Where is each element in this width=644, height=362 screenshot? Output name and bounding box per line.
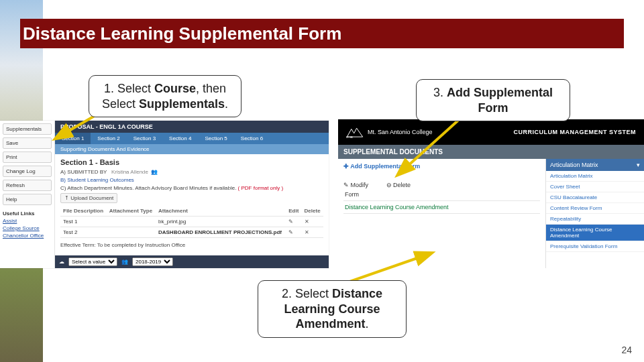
delete-label: Delete [393, 182, 411, 188]
mountain-icon: MT. SAC [346, 125, 364, 139]
callout-bold: Supplementals [139, 97, 225, 111]
delete-button[interactable]: ⊖ Delete [386, 182, 419, 188]
callout-step-3: 3. Add Supplemental Form [416, 79, 570, 121]
col-delete: Delete [302, 206, 323, 217]
sidebar-item-supplementals[interactable]: Supplementals [3, 123, 52, 135]
footer-bar: ☁ Select a value 👥 2018-2019 [55, 255, 329, 268]
field-submitted-by: A) SUBMITTED BY Kristina Allende 👥 [60, 169, 323, 175]
supplemental-documents-bar: SUPPLEMENTAL DOCUMENTS [338, 145, 644, 159]
callout-text: 2. Select [282, 287, 332, 300]
cell-type [107, 227, 156, 238]
col-att-type: Attachment Type [107, 206, 156, 217]
callout-text: 1. Select [104, 82, 154, 95]
callout-step-2: 2. Select Distance Learning Course Amend… [258, 280, 407, 338]
sidebar-item-save[interactable]: Save [3, 137, 52, 149]
footer-select-2[interactable]: 2018-2019 [132, 257, 173, 266]
sidebar-item-print[interactable]: Print [3, 152, 52, 163]
callout-text: 3. [433, 86, 447, 99]
sidebar-item-help[interactable]: Help [3, 194, 52, 205]
dd-item-cover-sheet[interactable]: Cover Sheet [546, 182, 644, 192]
delete-icon[interactable]: ✕ [302, 227, 323, 238]
upload-document-button[interactable]: ⤒ Upload Document [60, 193, 117, 203]
effective-term-note: Effective Term: To be completed by Instr… [60, 242, 323, 248]
label-attach-minutes: C) Attach Department Minutes. Attach Adv… [60, 185, 236, 191]
field-slo[interactable]: B) Student Learning Outcomes [60, 177, 323, 183]
useful-links-header: Useful Links [3, 210, 52, 217]
tab-section-3[interactable]: Section 3 [127, 133, 162, 144]
dd-item-articulation-matrix[interactable]: Articulation Matrix [546, 171, 644, 182]
col-file-desc: File Description [60, 206, 107, 217]
col-edit: Edit [286, 206, 301, 217]
link-assist[interactable]: Assist [3, 218, 52, 224]
chevron-down-icon: ▾ [637, 162, 640, 168]
cloud-icon: ☁ [59, 259, 64, 265]
modify-button[interactable]: ✎ Modify [343, 182, 376, 188]
edit-icon[interactable]: ✎ [286, 227, 301, 238]
supplemental-dropdown: Articulation Matrix ▾ Articulation Matri… [546, 159, 644, 268]
link-college-source[interactable]: College Source [3, 225, 52, 231]
delete-icon[interactable]: ✕ [302, 217, 323, 227]
list-header-form: Form [343, 188, 540, 201]
page-number: 24 [621, 345, 632, 355]
tab-section-4[interactable]: Section 4 [162, 133, 198, 144]
cell-desc: Test 2 [60, 227, 107, 238]
plus-icon: ✚ [343, 163, 349, 170]
dd-item-prerequisite[interactable]: Prerequisite Validation Form [546, 241, 644, 252]
cell-desc: Test 1 [60, 217, 107, 227]
users-icon[interactable]: 👥 [151, 169, 158, 175]
svg-text:MT. SAC: MT. SAC [346, 136, 353, 139]
callout-bold: Add Supplemental Form [447, 86, 553, 115]
modify-label: Modify [351, 182, 369, 188]
callout-text: . [225, 97, 228, 111]
dd-item-distance-learning[interactable]: Distance Learning Course Amendment [546, 225, 644, 241]
dd-item-content-review[interactable]: Content Review Form [546, 203, 644, 214]
dropdown-title: Articulation Matrix [550, 162, 598, 168]
field-attach-minutes: C) Attach Department Minutes. Attach Adv… [60, 185, 323, 191]
sidebar-item-changelog[interactable]: Change Log [3, 166, 52, 177]
cms-header: MT. SAC Mt. San Antonio College CURRICUL… [338, 119, 644, 145]
table-row: Test 1 bk_print.jpg ✎ ✕ [60, 217, 323, 227]
edit-icon[interactable]: ✎ [286, 217, 301, 227]
table-row: Test 2 DASHBOARD ENROLLMENT PROJECTIONS.… [60, 227, 323, 238]
value-submitted-by: Kristina Allende [111, 169, 148, 175]
dd-item-csu[interactable]: CSU Baccalaureate [546, 192, 644, 203]
col-attachment: Attachment [156, 206, 286, 217]
attachments-table: File Description Attachment Type Attachm… [60, 206, 323, 238]
modify-delete-row: ✎ Modify ⊖ Delete [343, 182, 540, 188]
note-pdf-only: ( PDF format only ) [238, 185, 284, 191]
cell-type [107, 217, 156, 227]
upload-label: Upload Document [70, 195, 113, 201]
section-body: Section 1 - Basis A) SUBMITTED BY Kristi… [55, 154, 329, 254]
cms-title: CURRICULUM MANAGEMENT SYSTEM [514, 129, 637, 135]
upload-row: ⤒ Upload Document [60, 193, 323, 203]
callout-bold: Course [154, 82, 196, 95]
tab-section-5[interactable]: Section 5 [198, 133, 233, 144]
section-1-heading: Section 1 - Basis [60, 158, 323, 166]
dropdown-list: Articulation Matrix Cover Sheet CSU Bacc… [546, 171, 644, 252]
list-item-distance-learning[interactable]: Distance Learning Course Amendment [343, 201, 540, 214]
callout-text: . [366, 317, 369, 330]
cell-att: DASHBOARD ENROLLMENT PROJECTIONS.pdf [158, 229, 282, 235]
slide-title: Distance Learning Supplemental Form [23, 23, 341, 44]
callout-step-1: 1. Select Course, then Select Supplement… [89, 75, 241, 117]
cell-att: bk_print.jpg [156, 217, 286, 227]
screenshot-cms-supplemental: MT. SAC Mt. San Antonio College CURRICUL… [338, 119, 644, 268]
dropdown-header[interactable]: Articulation Matrix ▾ [546, 159, 644, 171]
link-chancellor[interactable]: Chancellor Office [3, 233, 52, 239]
tab-section-6[interactable]: Section 6 [234, 133, 270, 144]
sidebar-item-refresh[interactable]: Refresh [3, 180, 52, 191]
slide-title-bar: Distance Learning Supplemental Form [20, 19, 624, 48]
users-icon: 👥 [121, 259, 128, 265]
label-submitted-by: A) SUBMITTED BY [60, 169, 107, 175]
dd-item-repeatability[interactable]: Repeatability [546, 214, 644, 225]
footer-select-1[interactable]: Select a value [68, 257, 117, 266]
